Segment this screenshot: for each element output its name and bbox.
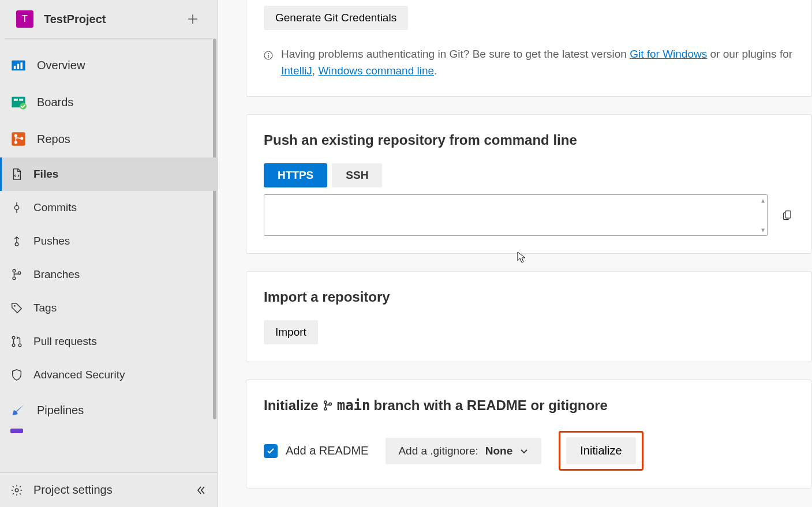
- svg-point-19: [12, 344, 15, 347]
- pipelines-icon: [10, 402, 27, 418]
- push-commands-box[interactable]: ▲ ▼: [264, 194, 768, 236]
- readme-checkbox[interactable]: [264, 444, 278, 458]
- svg-rect-2: [17, 64, 20, 69]
- plus-icon: [188, 14, 198, 24]
- link-intellij[interactable]: IntelliJ: [281, 65, 312, 77]
- init-title-suffix: branch with a README or gitignore: [373, 397, 607, 414]
- gitignore-label: Add a .gitignore:: [398, 445, 478, 457]
- nav-subitem-pushes[interactable]: Pushes: [0, 224, 218, 258]
- nav-subitem-commits[interactable]: Commits: [0, 191, 218, 224]
- nav-subitem-files[interactable]: Files: [0, 157, 218, 191]
- readme-label: Add a README: [286, 444, 368, 457]
- code-row: ▲ ▼: [264, 194, 794, 236]
- nav-scrollbar[interactable]: [212, 39, 218, 442]
- gitignore-value: None: [485, 445, 513, 457]
- svg-point-11: [20, 137, 23, 140]
- project-settings-link[interactable]: Project settings: [0, 473, 218, 507]
- nav-item-pipelines[interactable]: Pipelines: [0, 392, 218, 429]
- push-card: Push an existing repository from command…: [246, 114, 812, 254]
- nav-item-boards[interactable]: Boards: [0, 84, 218, 121]
- nav-subitem-advanced-security[interactable]: Advanced Security: [0, 358, 218, 392]
- project-avatar-letter: T: [22, 14, 28, 24]
- gitignore-dropdown[interactable]: Add a .gitignore: None: [386, 438, 541, 464]
- chevron-double-left-icon: [195, 485, 207, 496]
- import-card: Import a repository Import: [246, 271, 812, 362]
- scroll-down-arrow[interactable]: ▼: [761, 227, 765, 233]
- svg-point-26: [324, 401, 326, 403]
- boards-icon: [10, 94, 27, 110]
- svg-point-10: [14, 141, 17, 144]
- copy-button[interactable]: [781, 207, 794, 223]
- nav-label: Branches: [33, 268, 80, 281]
- svg-rect-6: [19, 99, 23, 101]
- svg-point-14: [13, 269, 16, 272]
- push-icon: [10, 235, 23, 247]
- tab-https[interactable]: HTTPS: [264, 163, 327, 187]
- svg-point-28: [329, 403, 331, 405]
- nav-label: Commits: [33, 201, 77, 214]
- nav-subitem-branches[interactable]: Branches: [0, 258, 218, 291]
- add-button[interactable]: [184, 10, 201, 28]
- nav-item-overview[interactable]: Overview: [0, 47, 218, 84]
- copy-icon: [782, 208, 794, 223]
- svg-point-20: [18, 344, 21, 347]
- svg-rect-8: [12, 132, 25, 145]
- initialize-button[interactable]: Initialize: [566, 437, 635, 464]
- sidebar-header: T TestProject: [5, 0, 213, 39]
- info-icon: [264, 48, 273, 65]
- nav-label: Boards: [37, 96, 73, 109]
- nav-item-partial[interactable]: [10, 429, 23, 433]
- tab-ssh[interactable]: SSH: [332, 163, 382, 187]
- initialize-card: Initialize main branch with a README or …: [246, 380, 812, 489]
- scroll-up-arrow[interactable]: ▲: [761, 197, 765, 204]
- project-avatar[interactable]: T: [16, 10, 33, 28]
- svg-rect-5: [14, 99, 18, 101]
- svg-rect-1: [14, 66, 16, 69]
- nav-subitem-tags[interactable]: Tags: [0, 291, 218, 325]
- initialize-title: Initialize main branch with a README or …: [264, 397, 794, 414]
- svg-point-13: [15, 243, 18, 246]
- import-title: Import a repository: [264, 289, 794, 305]
- credentials-card: Generate Git Credentials Having problems…: [246, 0, 812, 97]
- init-title-prefix: Initialize: [264, 397, 319, 414]
- project-name[interactable]: TestProject: [44, 13, 184, 26]
- nav-list: Overview Boards Repos Files: [0, 39, 218, 472]
- nav-subitem-pull-requests[interactable]: Pull requests: [0, 325, 218, 358]
- nav-item-repos[interactable]: Repos: [0, 121, 218, 157]
- overview-icon: [10, 57, 27, 73]
- svg-point-23: [268, 53, 269, 54]
- main-content: Generate Git Credentials Having problems…: [218, 0, 812, 507]
- nav-label: Advanced Security: [33, 369, 125, 381]
- info-mid: or our plugins for: [707, 48, 792, 60]
- svg-point-16: [18, 272, 21, 275]
- pull-request-icon: [10, 335, 23, 348]
- svg-rect-25: [785, 211, 791, 219]
- generate-credentials-button[interactable]: Generate Git Credentials: [264, 6, 408, 30]
- sidebar: T TestProject Overview Boards: [0, 0, 218, 507]
- svg-point-12: [14, 205, 18, 209]
- info-text: Having problems authenticating in Git? B…: [281, 46, 794, 79]
- init-controls: Add a README Add a .gitignore: None Init…: [264, 431, 794, 471]
- nav-label: Tags: [33, 302, 57, 314]
- repos-icon: [10, 131, 27, 147]
- nav-label: Pull requests: [33, 335, 97, 348]
- gear-icon: [10, 484, 23, 497]
- commit-icon: [10, 201, 23, 214]
- import-button[interactable]: Import: [264, 320, 318, 344]
- nav-scrollbar-thumb[interactable]: [213, 39, 216, 419]
- nav-label: Pushes: [33, 235, 70, 247]
- nav-label: Repos: [37, 133, 70, 146]
- info-sep: ,: [312, 65, 319, 77]
- svg-point-17: [14, 305, 16, 307]
- protocol-tabs: HTTPS SSH: [264, 163, 794, 187]
- info-prefix: Having problems authenticating in Git? B…: [281, 48, 630, 60]
- shield-icon: [10, 369, 23, 381]
- svg-point-15: [13, 277, 16, 280]
- link-windows-cmdline[interactable]: Windows command line: [318, 65, 434, 77]
- link-git-for-windows[interactable]: Git for Windows: [630, 48, 707, 60]
- svg-rect-24: [268, 55, 268, 58]
- collapse-sidebar-button[interactable]: [194, 484, 207, 497]
- svg-rect-3: [21, 62, 23, 69]
- branch-icon: [322, 400, 334, 411]
- initialize-highlight: Initialize: [559, 431, 643, 471]
